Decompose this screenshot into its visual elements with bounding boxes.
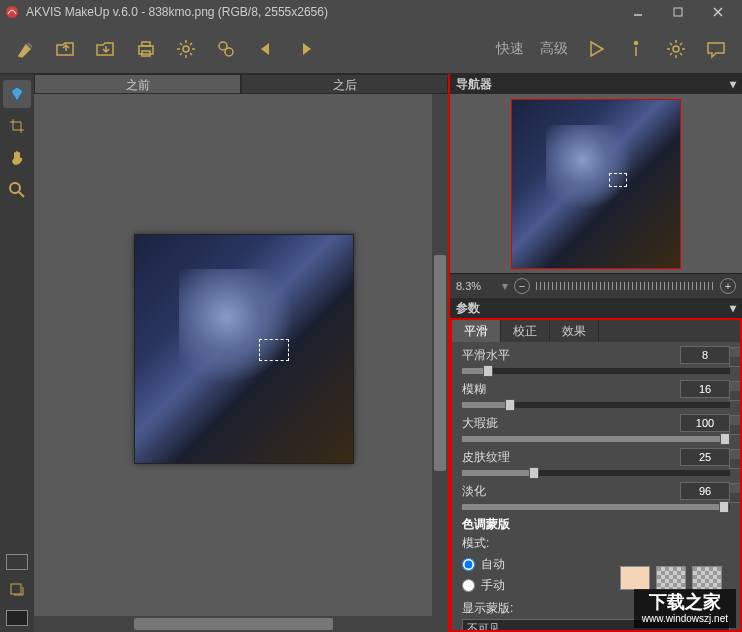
smooth-level-slider[interactable] bbox=[462, 368, 730, 374]
settings-gear-icon[interactable] bbox=[168, 31, 204, 67]
collapse-icon[interactable]: ▾ bbox=[730, 74, 736, 94]
color-swatch-dark[interactable] bbox=[6, 610, 28, 626]
mode-advanced-button[interactable]: 高级 bbox=[532, 40, 576, 58]
minimize-button[interactable] bbox=[618, 0, 658, 24]
svg-point-13 bbox=[673, 46, 679, 52]
maximize-button[interactable] bbox=[658, 0, 698, 24]
fade-slider[interactable] bbox=[462, 504, 730, 510]
navigator-thumbnail bbox=[511, 99, 681, 269]
crop-tool-icon[interactable] bbox=[3, 112, 31, 140]
svg-point-14 bbox=[10, 183, 20, 193]
canvas-viewport[interactable] bbox=[34, 94, 448, 632]
navigator-title: 导航器 bbox=[456, 74, 492, 94]
zoom-slider[interactable] bbox=[536, 282, 714, 290]
blur-slider[interactable] bbox=[462, 402, 730, 408]
tab-smooth[interactable]: 平滑 bbox=[452, 320, 501, 342]
run-play-icon[interactable] bbox=[578, 31, 614, 67]
zoom-value[interactable]: 8.3% bbox=[456, 280, 496, 292]
color-swatch-empty[interactable] bbox=[6, 554, 28, 570]
canvas-area: 之前 之后 bbox=[34, 74, 448, 632]
info-icon[interactable] bbox=[618, 31, 654, 67]
canvas-image bbox=[134, 234, 354, 464]
preferences-gear-icon[interactable] bbox=[658, 31, 694, 67]
hand-tool-icon[interactable] bbox=[3, 144, 31, 172]
svg-point-10 bbox=[225, 48, 233, 56]
save-file-icon[interactable] bbox=[88, 31, 124, 67]
radio-auto[interactable] bbox=[462, 558, 475, 571]
mode-fast-button[interactable]: 快速 bbox=[488, 40, 532, 58]
tab-correct[interactable]: 校正 bbox=[501, 320, 550, 342]
left-toolbox bbox=[0, 74, 34, 632]
tab-after[interactable]: 之后 bbox=[241, 74, 448, 94]
texture-input[interactable]: 25 bbox=[680, 448, 730, 466]
layers-icon[interactable] bbox=[3, 576, 31, 604]
window-title: AKVIS MakeUp v.6.0 - 838kmo.png (RGB/8, … bbox=[26, 5, 618, 19]
svg-rect-6 bbox=[142, 42, 150, 46]
vertical-scrollbar[interactable] bbox=[432, 94, 448, 632]
svg-point-11 bbox=[635, 41, 638, 44]
defect-input[interactable]: 100 bbox=[680, 414, 730, 432]
redo-arrow-icon[interactable] bbox=[288, 31, 324, 67]
radio-manual[interactable] bbox=[462, 579, 475, 592]
svg-point-8 bbox=[183, 46, 189, 52]
svg-rect-16 bbox=[11, 584, 21, 594]
svg-rect-5 bbox=[139, 46, 153, 54]
zoom-in-button[interactable]: + bbox=[720, 278, 736, 294]
horizontal-scrollbar[interactable] bbox=[34, 616, 432, 632]
params-header: 参数 ▾ bbox=[450, 298, 742, 318]
selection-marquee bbox=[259, 339, 289, 361]
defect-slider[interactable] bbox=[462, 436, 730, 442]
print-icon[interactable] bbox=[128, 31, 164, 67]
param-texture: 皮肤纹理25 bbox=[452, 444, 740, 476]
app-icon bbox=[4, 4, 20, 20]
param-smooth-level: 平滑水平8 bbox=[452, 342, 740, 374]
params-title: 参数 bbox=[456, 298, 480, 318]
svg-point-0 bbox=[6, 6, 18, 18]
watermark: 下载之家 www.windowszj.net bbox=[634, 589, 736, 628]
tone-mask-header: 色调蒙版 bbox=[452, 512, 740, 535]
param-fade: 淡化96 bbox=[452, 478, 740, 510]
zoom-controls: 8.3%▾ − + bbox=[450, 274, 742, 298]
param-blur: 模糊16 bbox=[452, 376, 740, 408]
smooth-level-input[interactable]: 8 bbox=[680, 346, 730, 364]
swatch-checker-2[interactable] bbox=[692, 566, 722, 590]
undo-arrow-icon[interactable] bbox=[248, 31, 284, 67]
zoom-out-button[interactable]: − bbox=[514, 278, 530, 294]
tab-before[interactable]: 之前 bbox=[34, 74, 241, 94]
jewel-tool-icon[interactable] bbox=[3, 80, 31, 108]
open-file-icon[interactable] bbox=[48, 31, 84, 67]
swatch-checker-1[interactable] bbox=[656, 566, 686, 590]
swatch-skin[interactable] bbox=[620, 566, 650, 590]
navigator-body[interactable] bbox=[450, 94, 742, 274]
main-toolbar: 快速 高级 bbox=[0, 24, 742, 74]
mask-color-swatches bbox=[620, 566, 722, 590]
svg-rect-2 bbox=[674, 8, 682, 16]
blur-input[interactable]: 16 bbox=[680, 380, 730, 398]
batch-icon[interactable] bbox=[208, 31, 244, 67]
fade-input[interactable]: 96 bbox=[680, 482, 730, 500]
zoom-tool-icon[interactable] bbox=[3, 176, 31, 204]
navigator-header: 导航器 ▾ bbox=[450, 74, 742, 94]
help-bubble-icon[interactable] bbox=[698, 31, 734, 67]
brush-tool-icon[interactable] bbox=[8, 31, 44, 67]
tab-effect[interactable]: 效果 bbox=[550, 320, 599, 342]
texture-slider[interactable] bbox=[462, 470, 730, 476]
right-panel: 导航器 ▾ 8.3%▾ − + 参数 ▾ 平滑 校正 效果 平滑水平8 bbox=[448, 74, 742, 632]
svg-line-15 bbox=[19, 192, 24, 197]
title-bar: AKVIS MakeUp v.6.0 - 838kmo.png (RGB/8, … bbox=[0, 0, 742, 24]
close-button[interactable] bbox=[698, 0, 738, 24]
param-defect: 大瑕疵100 bbox=[452, 410, 740, 442]
params-body: 平滑 校正 效果 平滑水平8 模糊16 大瑕疵100 皮肤纹理25 淡化9 bbox=[450, 318, 742, 632]
collapse-icon[interactable]: ▾ bbox=[730, 298, 736, 318]
